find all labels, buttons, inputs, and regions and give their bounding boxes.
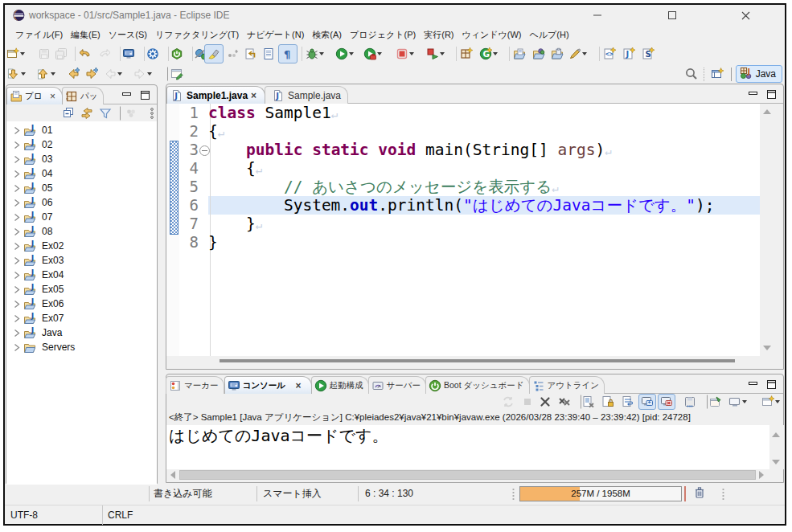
scroll-down-icon[interactable] bbox=[763, 346, 771, 350]
terminate-button[interactable] bbox=[519, 394, 536, 410]
debug-button[interactable] bbox=[302, 44, 329, 63]
view-minimize-icon[interactable] bbox=[749, 378, 757, 392]
expand-chevron-icon[interactable] bbox=[10, 141, 23, 149]
view-menu-button[interactable] bbox=[143, 105, 161, 121]
display-console-button[interactable] bbox=[726, 394, 751, 410]
link-editor-button[interactable] bbox=[78, 105, 96, 121]
dropdown-arrow-icon[interactable] bbox=[493, 52, 498, 55]
expand-chevron-icon[interactable] bbox=[10, 127, 23, 134]
tree-item-Ex03[interactable]: JEx03 bbox=[6, 253, 157, 268]
expand-chevron-icon[interactable] bbox=[10, 315, 23, 322]
editor-horizontal-scrollbar[interactable] bbox=[166, 356, 783, 369]
filter-button[interactable] bbox=[96, 105, 114, 121]
settings-gear-button[interactable] bbox=[143, 44, 162, 63]
coverage-button[interactable] bbox=[360, 44, 387, 63]
expand-chevron-icon[interactable] bbox=[10, 243, 23, 250]
expand-chevron-icon[interactable] bbox=[10, 344, 23, 351]
gradle-button[interactable]: G bbox=[476, 44, 503, 63]
menu-edit[interactable]: 編集(E) bbox=[68, 29, 104, 41]
remove-launch-button[interactable] bbox=[536, 394, 554, 410]
console-tab-起動構成[interactable]: 起動構成 bbox=[311, 376, 369, 394]
dropdown-arrow-icon[interactable] bbox=[742, 400, 747, 403]
scroll-down-icon[interactable] bbox=[772, 460, 780, 464]
search-button[interactable] bbox=[682, 64, 701, 84]
menu-source[interactable]: ソース(S) bbox=[105, 29, 150, 41]
last-edit-location-button[interactable] bbox=[167, 64, 187, 84]
scroll-left-icon[interactable] bbox=[170, 471, 175, 479]
menu-window[interactable]: ウィンドウ(W) bbox=[459, 29, 525, 41]
explorer-tab-package-explorer[interactable]: パッ bbox=[62, 87, 104, 104]
tree-item-04[interactable]: J04 bbox=[6, 166, 157, 181]
tab-close-icon[interactable]: × bbox=[50, 92, 55, 101]
expand-chevron-icon[interactable] bbox=[10, 329, 23, 337]
open-type-button[interactable] bbox=[510, 44, 529, 63]
next-annotation-button[interactable] bbox=[4, 64, 31, 84]
menu-file[interactable]: ファイル(F) bbox=[12, 29, 66, 41]
spring-boot-button[interactable] bbox=[167, 44, 187, 63]
tree-item-03[interactable]: J03 bbox=[6, 152, 157, 166]
collapse-all-button[interactable] bbox=[60, 105, 78, 121]
word-wrap-button[interactable] bbox=[619, 394, 637, 410]
tree-item-Ex06[interactable]: JEx06 bbox=[6, 297, 157, 311]
tree-item-07[interactable]: J07 bbox=[6, 210, 157, 224]
dropdown-arrow-icon[interactable] bbox=[377, 52, 382, 55]
explorer-tab-project-explorer[interactable]: プロ× bbox=[6, 87, 63, 104]
java-perspective-button[interactable]: J Java bbox=[736, 65, 782, 83]
dropdown-arrow-icon[interactable] bbox=[20, 52, 25, 55]
dropdown-arrow-icon[interactable] bbox=[319, 52, 324, 55]
mark-pen-button[interactable] bbox=[565, 44, 592, 63]
editor-vertical-scrollbar[interactable] bbox=[760, 104, 774, 356]
expand-chevron-icon[interactable] bbox=[10, 272, 23, 279]
menu-run[interactable]: 実行(R) bbox=[421, 29, 457, 41]
console-tab-Boot ダッシュボード[interactable]: Boot ダッシュボード bbox=[425, 376, 530, 394]
vertical-sash[interactable] bbox=[158, 84, 166, 483]
tree-item-06[interactable]: J06 bbox=[6, 195, 157, 210]
prev-annotation-button[interactable] bbox=[34, 64, 60, 84]
tree-item-01[interactable]: J01 bbox=[6, 123, 157, 137]
view-maximize-icon[interactable] bbox=[141, 88, 150, 103]
dropdown-arrow-icon[interactable] bbox=[51, 72, 55, 76]
menu-navigate[interactable]: ナビゲート(N) bbox=[244, 29, 307, 41]
new-xml-button[interactable]: <> bbox=[600, 44, 619, 63]
tree-item-Java[interactable]: JJava bbox=[6, 325, 157, 340]
back-button[interactable] bbox=[101, 64, 127, 84]
tree-item-Servers[interactable]: Servers bbox=[6, 340, 157, 354]
show-stderr-button[interactable] bbox=[658, 394, 675, 410]
view-maximize-icon[interactable] bbox=[767, 88, 776, 102]
external-tools-button[interactable] bbox=[423, 44, 449, 63]
outline-doc-button[interactable] bbox=[259, 44, 278, 63]
terminated-arrows-button[interactable] bbox=[499, 394, 517, 410]
console-tab-コンソール[interactable]: コンソール× bbox=[224, 376, 312, 394]
dropdown-arrow-icon[interactable] bbox=[21, 72, 26, 76]
scroll-up-icon[interactable] bbox=[772, 432, 780, 437]
tree-item-Ex05[interactable]: JEx05 bbox=[6, 282, 157, 297]
expand-chevron-icon[interactable] bbox=[10, 156, 23, 163]
close-button[interactable] bbox=[728, 5, 763, 26]
menu-search[interactable]: 検索(A) bbox=[309, 29, 345, 41]
tree-item-05[interactable]: J05 bbox=[6, 181, 157, 195]
back-edit-button[interactable] bbox=[64, 64, 83, 84]
code-pane[interactable]: class Sample1↵{↵ public static void main… bbox=[208, 104, 760, 356]
view-maximize-icon[interactable] bbox=[767, 378, 776, 392]
code-editor[interactable]: 12345678 class Sample1↵{↵ public static … bbox=[166, 104, 783, 369]
profile-button[interactable] bbox=[392, 44, 419, 63]
undo-button[interactable] bbox=[76, 44, 95, 63]
tab-close-icon[interactable]: × bbox=[251, 91, 256, 100]
menu-help[interactable]: ヘルプ(H) bbox=[527, 29, 572, 41]
expand-chevron-icon[interactable] bbox=[10, 228, 23, 235]
tree-item-08[interactable]: J08 bbox=[6, 224, 157, 239]
show-whitespace-button[interactable]: ¶ bbox=[278, 44, 298, 63]
open-log-button[interactable] bbox=[707, 394, 724, 410]
new-class-button[interactable]: J bbox=[619, 44, 638, 63]
console-tab-マーカー[interactable]: マーカー bbox=[166, 376, 224, 394]
run-button[interactable] bbox=[332, 44, 359, 63]
maximize-button[interactable] bbox=[655, 5, 690, 26]
scroll-up-icon[interactable] bbox=[763, 109, 771, 114]
open-element-button[interactable] bbox=[548, 44, 567, 63]
scrollbar-thumb[interactable] bbox=[220, 359, 735, 362]
dropdown-arrow-icon[interactable] bbox=[440, 52, 445, 55]
scroll-right-icon[interactable] bbox=[759, 471, 764, 479]
view-minimize-icon[interactable] bbox=[122, 88, 131, 103]
dropdown-arrow-icon[interactable] bbox=[409, 52, 414, 55]
new-wizard-button[interactable] bbox=[3, 44, 30, 63]
